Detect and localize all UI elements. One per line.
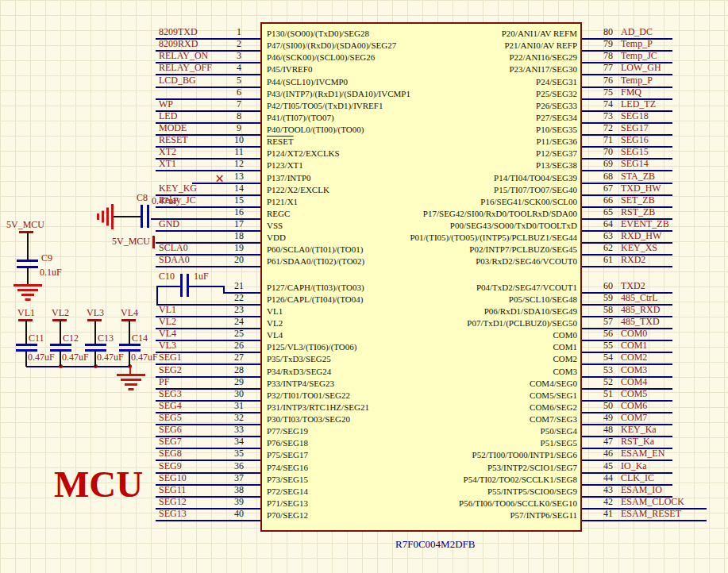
net-label: KEY_Ka — [621, 424, 657, 435]
net-label: RXD_HW — [621, 230, 661, 241]
net-label: SEG4 — [159, 400, 182, 411]
pin-number: 2 — [227, 38, 251, 49]
net-label: XT2 — [159, 146, 176, 157]
pin-function: P57/INTP6/SEG11 — [270, 510, 577, 521]
power-terminal-icon — [19, 231, 33, 233]
pin-number: 3 — [227, 50, 251, 61]
pin-number: 76 — [591, 75, 613, 86]
pin-number: 49 — [591, 412, 613, 423]
net-label: COM3 — [621, 364, 647, 375]
pin-number: 30 — [227, 388, 251, 399]
capacitor-plate — [180, 274, 183, 297]
net-label: SCLA0 — [159, 242, 188, 253]
pin-number: 22 — [227, 292, 251, 303]
pin-number: 52 — [591, 376, 613, 387]
pin-number: 18 — [227, 230, 251, 241]
capacitor-plate — [85, 344, 106, 346]
pin-number: 13 — [227, 171, 251, 182]
wire — [129, 352, 130, 367]
pin-number: 58 — [591, 304, 613, 315]
pin-number: 56 — [591, 328, 613, 339]
wire — [60, 352, 61, 367]
pin-number: 23 — [227, 304, 251, 315]
pin-function: P53/INTP2/SCIO1/SEG7 — [270, 462, 577, 473]
net-label: SEG17 — [621, 122, 649, 133]
pin-function: P24/SEG31 — [270, 76, 577, 87]
net-label: ESAM_IO — [621, 484, 662, 495]
net-label: 8209TXD — [159, 26, 198, 37]
pin-number: 57 — [591, 316, 613, 327]
net-label: RST_Ka — [621, 436, 654, 447]
pin-number: 51 — [591, 388, 613, 399]
component-ref: C12 — [63, 333, 79, 344]
pin-number: 24 — [227, 316, 251, 327]
pin-number: 34 — [227, 436, 251, 447]
component-value: 1uF — [194, 271, 209, 282]
net-label: SEG5 — [159, 412, 182, 423]
pin-number: 66 — [591, 194, 613, 206]
component-value: 0.47uF — [62, 352, 89, 363]
net-label: SET_ZB — [621, 194, 655, 206]
pin-function: P16/SEG41/SCK00/SCL00 — [270, 196, 577, 207]
component-ref: C13 — [98, 333, 114, 344]
net-label: LED — [159, 110, 177, 121]
pin-number: 68 — [591, 171, 613, 182]
net-label: RST_ZB — [621, 206, 655, 217]
net-label: SEG1 — [159, 352, 182, 363]
pin-number: 21 — [227, 280, 251, 291]
pin-number: 64 — [591, 218, 613, 229]
net-label: SEG6 — [159, 424, 182, 435]
net-label: SEG3 — [159, 388, 182, 399]
pin-function: P05/SCL10/SEG48 — [270, 294, 577, 305]
pin-function: P25/SEG32 — [270, 88, 577, 99]
net-label: ESAM_CLOCK — [621, 496, 684, 507]
capacitor-plate — [17, 260, 38, 262]
pin-function: P50/SEG4 — [270, 425, 577, 436]
capacitor-plate — [16, 344, 37, 346]
capacitor-plate — [141, 205, 143, 228]
net-label: 8209RXD — [159, 38, 198, 49]
wire — [27, 268, 29, 284]
pin-number: 4 — [227, 62, 251, 73]
wire — [114, 216, 141, 217]
net-label: COM1 — [621, 340, 647, 351]
net-label: VL3 — [159, 340, 176, 351]
pin-function: P17/SEG42/SI00/RxD0/TOOLRxD/SDA00 — [270, 208, 577, 219]
component-ref: C9 — [41, 253, 52, 263]
pin-function: P03/RxD2/SEG46/VCOUT0 — [270, 256, 577, 267]
component-value: 0.47uF — [97, 352, 124, 363]
pin-function: P26/SEG33 — [270, 100, 577, 111]
net-label: RESET — [159, 134, 188, 145]
pin-number: 79 — [591, 38, 613, 49]
pin-number: 14 — [227, 183, 251, 194]
component-ref: C8 — [137, 193, 148, 203]
pin-number: 55 — [591, 340, 613, 351]
net-label: LED_TZ — [621, 98, 656, 110]
net-label: VL1 — [14, 307, 38, 318]
pin-number: 67 — [591, 183, 613, 194]
pin-number: 11 — [227, 146, 251, 157]
pin-number: 31 — [227, 400, 251, 411]
pin-function: P27/SEG34 — [270, 112, 577, 123]
net-label: COM5 — [621, 388, 647, 399]
pin-number: 72 — [591, 122, 613, 133]
power-net-label: 5V_MCU — [112, 236, 150, 247]
pin-function: P14/TI04/TO04/SEG39 — [270, 172, 577, 183]
pin-number: 80 — [591, 26, 613, 37]
pin-number: 5 — [227, 75, 251, 86]
pin-number: 12 — [227, 158, 251, 169]
pin-number: 44 — [591, 472, 613, 483]
pin-function: P10/SEG35 — [270, 124, 577, 135]
net-label: RELAY_ON — [159, 50, 208, 61]
pin-number: 15 — [227, 194, 251, 206]
ground-symbol — [116, 374, 146, 391]
pin-number: 77 — [591, 62, 613, 73]
net-label: VL2 — [48, 307, 72, 318]
pin-number: 53 — [591, 364, 613, 375]
pin-wire — [582, 520, 707, 521]
net-label: ESAM_EN — [621, 448, 664, 459]
pin-number: 75 — [591, 87, 613, 98]
pin-number: 19 — [227, 242, 251, 253]
net-label: 485_RXD — [621, 304, 660, 315]
pin-number: 29 — [227, 376, 251, 387]
